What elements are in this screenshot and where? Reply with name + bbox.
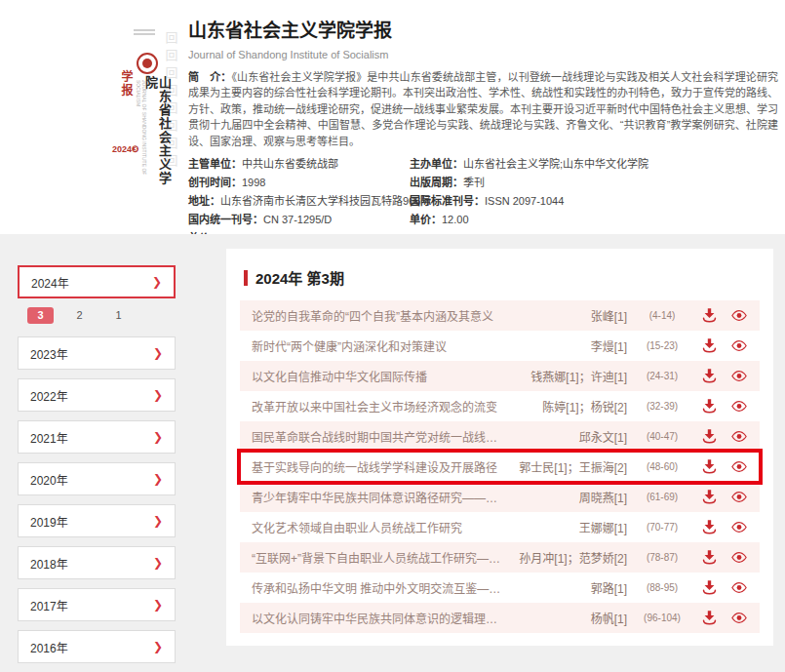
sidebar-item-year[interactable]: 2019年 ❯	[18, 504, 176, 537]
meta-row: 主办单位：山东省社会主义学院;山东中华文化学院	[410, 158, 770, 170]
chevron-right-icon: ❯	[152, 275, 162, 289]
article-authors[interactable]: 邱永文[1]	[512, 428, 627, 445]
year-sidebar: 2024年 ❯ 3 2 1 2023年 ❯ 2022年 ❯ 2021年 ❯ 20…	[18, 265, 176, 672]
article-title-link[interactable]: 以文化自信推动中华文化国际传播	[252, 368, 504, 384]
article-authors[interactable]: 孙月冲[1]；范梦娇[2]	[512, 549, 627, 566]
sidebar-item-year[interactable]: 2023年 ❯	[18, 336, 176, 370]
download-icon[interactable]	[700, 368, 718, 385]
article-row: 文化艺术领域自由职业人员统战工作研究 王娜娜[1] (70-77)	[240, 512, 760, 542]
journal-intro: 简 介：《山东省社会主义学院学报》是中共山东省委统战部主管，以刊登统一战线理论与…	[188, 69, 778, 149]
sidebar-item-year[interactable]: 2018年 ❯	[18, 546, 176, 579]
download-icon[interactable]	[700, 549, 718, 567]
eye-icon[interactable]	[730, 489, 748, 506]
meta-row: 出版周期：季刊	[410, 177, 770, 188]
download-icon[interactable]	[700, 398, 718, 415]
download-icon[interactable]	[700, 489, 718, 506]
article-row: 以文化自信推动中华文化国际传播 钱燕娜[1]；许迪[1] (24-31)	[240, 361, 760, 391]
eye-icon[interactable]	[730, 579, 748, 597]
heading-accent-bar	[244, 270, 248, 286]
article-title-link[interactable]: 基于实践导向的统一战线学学科建设及开展路径	[252, 458, 504, 475]
meta-label: 主办单位：	[410, 158, 463, 170]
eye-icon[interactable]	[730, 307, 748, 325]
article-title-link[interactable]: 文化艺术领域自由职业人员统战工作研究	[252, 519, 504, 535]
article-authors[interactable]: 郭路[1]	[512, 579, 627, 596]
article-authors[interactable]: 钱燕娜[1]；许迪[1]	[512, 368, 627, 384]
year-label: 2019年	[30, 513, 68, 530]
meta-label: 创刊时间：	[188, 177, 242, 188]
year-label: 2018年	[30, 555, 68, 572]
article-title-link[interactable]: 新时代“两个健康”内涵深化和对策建议	[252, 337, 504, 354]
sidebar-item-year[interactable]: 2020年 ❯	[18, 462, 176, 495]
intro-text: 《山东省社会主义学院学报》是中共山东省委统战部主管，以刊登统一战线理论与实践及相…	[188, 71, 778, 147]
article-authors[interactable]: 张峰[1]	[512, 307, 627, 324]
download-icon[interactable]	[700, 307, 718, 325]
article-row: 以文化认同铸牢中华民族共同体意识的逻辑理路与实践路径 杨帆[1] (96-104…	[240, 603, 760, 633]
journal-subtitle: Journal of Shandong Institute of Sociali…	[188, 49, 778, 60]
cover-vertical-title: 山东省社会主义学院	[143, 76, 171, 198]
meta-value: 季刊	[463, 177, 485, 188]
article-pages: (88-95)	[637, 582, 687, 593]
article-authors[interactable]: 陈婷[1]；杨锐[2]	[512, 398, 627, 415]
meta-row: 单价：12.00	[410, 214, 770, 225]
download-icon[interactable]	[700, 337, 718, 355]
year-label: 2017年	[30, 597, 68, 613]
eye-icon[interactable]	[730, 519, 748, 536]
issue-panel: 2024年 第3期 论党的自我革命的“四个自我”基本内涵及其意义 张峰[1] (…	[226, 249, 773, 646]
meta-label: 地址：	[188, 195, 220, 207]
issue-pill[interactable]: 3	[27, 307, 54, 324]
sidebar-item-year[interactable]: 2022年 ❯	[18, 378, 176, 412]
journal-seal-icon	[137, 53, 158, 74]
eye-icon[interactable]	[730, 549, 748, 567]
article-row: 论党的自我革命的“四个自我”基本内涵及其意义 张峰[1] (4-14)	[240, 300, 760, 331]
chevron-right-icon: ❯	[153, 430, 163, 444]
download-icon[interactable]	[700, 610, 718, 627]
article-row: “互联网+”背景下自由职业人员统战工作研究——基于杭州实践的调.. 孙月冲[1]…	[240, 542, 760, 573]
eye-icon[interactable]	[730, 368, 748, 385]
article-pages: (40-47)	[637, 431, 687, 442]
cover-masthead: 学报	[118, 70, 135, 98]
article-authors[interactable]: 周晓燕[1]	[512, 489, 627, 505]
article-title-link[interactable]: 国民革命联合战线时期中国共产党对统一战线的理论探索	[252, 428, 504, 445]
article-title-link[interactable]: “互联网+”背景下自由职业人员统战工作研究——基于杭州实践的调..	[252, 549, 504, 566]
article-pages: (32-39)	[637, 401, 687, 412]
article-authors[interactable]: 郭士民[1]；王振海[2]	[512, 458, 627, 475]
issue-pill[interactable]: 2	[66, 307, 93, 324]
article-title-link[interactable]: 传承和弘扬中华文明 推动中外文明交流互鉴——2024文化中国·尼山..	[252, 579, 504, 596]
meta-row: 地址：山东省济南市长清区大学科技园瓦特路966号	[188, 195, 412, 207]
article-title-link[interactable]: 论党的自我革命的“四个自我”基本内涵及其意义	[252, 307, 504, 324]
issue-pill[interactable]: 1	[105, 307, 132, 324]
meta-value: 中共山东省委统战部	[242, 158, 338, 170]
chevron-right-icon: ❯	[153, 556, 163, 570]
article-pages: (61-69)	[637, 492, 687, 502]
article-authors[interactable]: 杨帆[1]	[512, 610, 627, 626]
article-title-link[interactable]: 青少年铸牢中华民族共同体意识路径研究——基于宁夏中小学校的..	[252, 489, 504, 505]
meta-value: 1998	[242, 177, 265, 188]
article-title-link[interactable]: 以文化认同铸牢中华民族共同体意识的逻辑理路与实践路径	[252, 610, 504, 626]
download-icon[interactable]	[700, 458, 718, 476]
meta-label: 国内统一刊号：	[188, 214, 263, 225]
sidebar-item-year-2024[interactable]: 2024年 ❯	[18, 265, 176, 298]
journal-header-section: 回回回回回回回回 山东省社会主义学院 JOURNAL OF SHANDONG I…	[0, 0, 785, 234]
download-icon[interactable]	[700, 579, 718, 597]
download-icon[interactable]	[700, 428, 718, 446]
article-row: 传承和弘扬中华文明 推动中外文明交流互鉴——2024文化中国·尼山.. 郭路[1…	[240, 573, 760, 603]
article-pages: (78-87)	[637, 552, 687, 563]
eye-icon[interactable]	[730, 458, 748, 476]
meta-value: 山东省济南市长清区大学科技园瓦特路966号	[220, 195, 431, 207]
meta-label: 单价：	[410, 214, 442, 225]
eye-icon[interactable]	[730, 428, 748, 446]
sidebar-item-year[interactable]: 2021年 ❯	[18, 420, 176, 454]
article-title-link[interactable]: 改革开放以来中国社会主义市场经济观念的流变	[252, 398, 504, 415]
article-authors[interactable]: 李熳[1]	[512, 337, 627, 354]
sidebar-item-year[interactable]: 2016年 ❯	[18, 630, 176, 663]
sidebar-item-year[interactable]: 2017年 ❯	[18, 588, 176, 621]
article-row: 改革开放以来中国社会主义市场经济观念的流变 陈婷[1]；杨锐[2] (32-39…	[240, 391, 760, 421]
journal-cover: 回回回回回回回回 山东省社会主义学院 JOURNAL OF SHANDONG I…	[112, 10, 180, 224]
eye-icon[interactable]	[730, 398, 748, 415]
download-icon[interactable]	[700, 519, 718, 536]
year-label: 2016年	[30, 639, 68, 655]
article-authors[interactable]: 王娜娜[1]	[512, 519, 627, 535]
eye-icon[interactable]	[730, 610, 748, 627]
eye-icon[interactable]	[730, 337, 748, 355]
article-pages: (48-60)	[637, 461, 687, 472]
